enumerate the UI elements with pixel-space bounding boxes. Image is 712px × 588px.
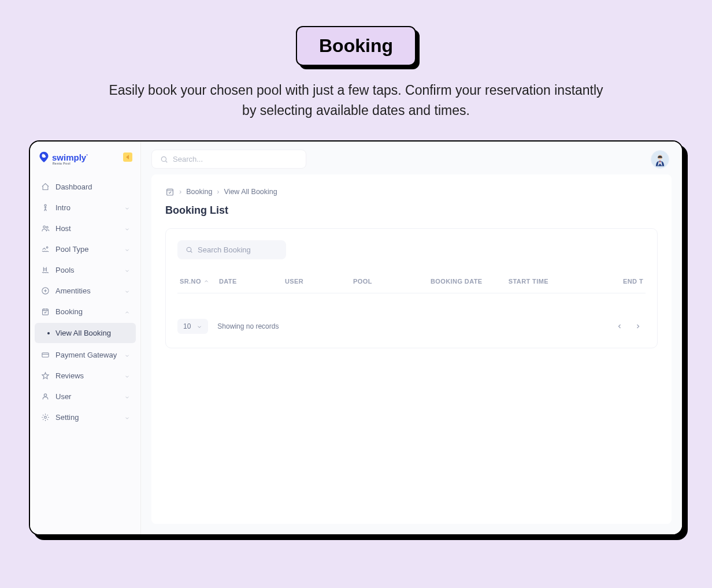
chevron-down-icon [124,246,130,252]
sidebar-item-label: Pool Type [55,245,89,254]
person-icon [40,203,50,212]
column-header-pool[interactable]: POOL [353,278,427,285]
app-frame: swimply˙ Renta Pool Dashboard Intr [29,140,683,535]
sidebar-subitem-view-all-booking[interactable]: View All Booking [35,323,136,343]
chevron-down-icon [124,204,130,210]
chevron-down-icon [124,225,130,231]
search-icon [186,246,193,254]
svg-point-4 [46,247,48,248]
sidebar-item-label: Intro [55,203,71,212]
sidebar-item-pool-type[interactable]: Pool Type [35,239,136,259]
sidebar-item-reviews[interactable]: Reviews [35,365,136,386]
svg-point-10 [161,157,166,161]
global-search-input[interactable] [173,155,298,163]
sidebar-item-user[interactable]: User [35,386,136,407]
breadcrumb: › Booking › View All Booking [165,187,658,196]
chevron-down-icon [124,393,130,399]
column-header-user[interactable]: USER [285,278,350,285]
calendar-check-icon [165,187,175,196]
sidebar-item-amenities[interactable]: Amentities [35,280,136,301]
logo-text: swimply [52,152,86,162]
pool-ladder-icon [40,265,50,274]
chevron-right-icon: › [179,188,181,196]
svg-point-8 [44,393,46,396]
sidebar-item-label: Amentities [55,286,91,295]
column-header-srno[interactable]: SR.NO [180,278,216,285]
topbar [141,142,682,174]
main-area: › Booking › View All Booking Booking Lis… [141,142,682,534]
sidebar-item-payment-gateway[interactable]: Payment Gateway [35,344,136,365]
booking-search-input[interactable] [198,245,278,254]
chevron-up-icon [124,308,130,314]
column-header-booking-date[interactable]: BOOKING DATE [431,278,495,285]
column-header-end-time[interactable]: END T [552,278,643,285]
paginator [612,319,646,334]
star-icon [40,371,50,380]
chevron-right-icon: › [217,188,219,196]
sidebar-item-dashboard[interactable]: Dashboard [35,176,136,197]
sidebar-item-label: Pools [55,266,75,274]
table-header-row: SR.NO DATE USER POOL BOOKING DATE START … [177,272,646,293]
svg-point-14 [187,247,191,252]
sidebar-item-label: User [55,392,71,401]
booking-list-card: SR.NO DATE USER POOL BOOKING DATE START … [165,228,658,348]
table-empty-text: Showing no records [217,322,279,330]
hero-description: Easily book your chosen pool with just a… [102,80,610,120]
svg-rect-13 [167,189,173,195]
sidebar-nav: Dashboard Intro Host [30,176,140,427]
chevron-down-icon [124,414,130,420]
logo[interactable]: swimply˙ Renta Pool [38,151,88,163]
prev-page-button[interactable] [612,319,627,334]
user-avatar[interactable] [651,150,669,169]
svg-point-9 [44,416,46,418]
logo-tagline: Renta Pool [53,162,71,165]
sidebar-item-label: Reviews [55,371,84,380]
hero-badge: Booking [296,26,416,66]
sidebar-subitem-label: View All Booking [55,329,111,337]
svg-point-1 [44,204,46,206]
sidebar-item-label: Booking [55,307,83,316]
sidebar-collapse-button[interactable] [123,152,132,162]
svg-rect-7 [42,352,48,357]
chevron-down-icon [124,267,130,273]
logo-pin-icon [38,151,50,163]
swim-icon [40,244,50,254]
gear-icon [40,412,50,422]
avatar-icon [652,152,668,167]
sidebar: swimply˙ Renta Pool Dashboard Intr [30,142,141,534]
search-icon [160,155,168,163]
sidebar-item-label: Setting [55,413,79,422]
column-header-date[interactable]: DATE [219,278,281,285]
credit-card-icon [40,350,50,359]
sidebar-item-intro[interactable]: Intro [35,197,136,218]
chevron-down-icon [124,288,130,293]
booking-search[interactable] [177,240,286,259]
plus-circle-icon [40,286,50,295]
chevron-down-icon [124,352,130,358]
breadcrumb-item[interactable]: Booking [186,188,212,196]
user-icon [40,392,50,401]
sidebar-item-setting[interactable]: Setting [35,407,136,427]
sidebar-item-label: Host [55,224,71,233]
sidebar-item-host[interactable]: Host [35,218,136,239]
home-icon [40,182,50,191]
users-icon [40,224,50,233]
page-size-value: 10 [183,322,191,330]
sidebar-item-pools[interactable]: Pools [35,259,136,280]
bullet-icon [47,332,50,334]
sidebar-item-label: Payment Gateway [55,351,117,359]
content-panel: › Booking › View All Booking Booking Lis… [151,174,672,524]
sidebar-item-label: Dashboard [55,183,92,191]
svg-point-2 [43,226,45,228]
chevron-down-icon [196,323,202,329]
breadcrumb-item[interactable]: View All Booking [224,188,277,196]
chevron-down-icon [124,373,130,378]
svg-rect-6 [42,309,48,315]
global-search[interactable] [151,150,306,169]
page-title: Booking List [165,204,658,217]
table-footer: 10 Showing no records [177,293,646,334]
sidebar-item-booking[interactable]: Booking [35,301,136,322]
column-header-start-time[interactable]: START TIME [499,278,548,285]
next-page-button[interactable] [631,319,646,334]
page-size-selector[interactable]: 10 [177,319,208,334]
